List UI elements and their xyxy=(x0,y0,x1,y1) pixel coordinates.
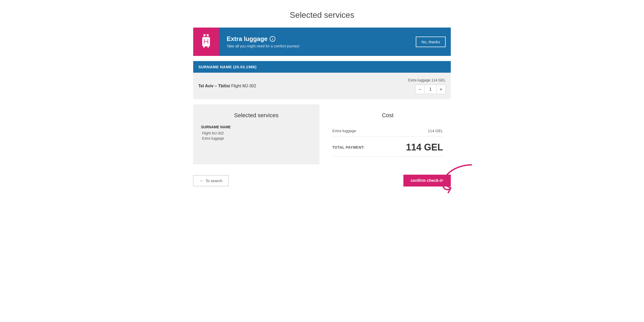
luggage-subtitle: Take all you might need for a comfort jo… xyxy=(227,44,403,48)
cost-row-luggage: Extra luggage 114 GEL xyxy=(332,125,443,137)
flight-route: Tel Aviv – Tbilisi xyxy=(198,84,230,88)
to-search-label: To search xyxy=(206,179,222,183)
passenger-section: SURNAME NAME (20.03.1986) Tel Aviv – Tbi… xyxy=(193,61,451,99)
cost-title: Cost xyxy=(332,112,443,119)
no-thanks-button[interactable]: No, thanks xyxy=(416,37,446,47)
svg-point-7 xyxy=(203,46,205,48)
total-amount: 114 GEL xyxy=(406,142,443,153)
to-search-button[interactable]: ← To search xyxy=(193,175,229,186)
luggage-control: Extra luggage 114 GEL − 1 + xyxy=(408,78,446,94)
arrow-left-icon: ← xyxy=(200,179,204,183)
total-label: TOTAL PAYMENT: xyxy=(332,145,365,149)
page-title: Selected services xyxy=(290,10,354,20)
selected-services-card: Selected services SURNAME NAME Flight MJ… xyxy=(193,104,319,164)
quantity-control: − 1 + xyxy=(415,85,446,94)
svg-point-8 xyxy=(207,46,209,48)
quantity-value: 1 xyxy=(425,85,436,94)
luggage-title: Extra luggage xyxy=(227,35,268,43)
passenger-header: SURNAME NAME (20.03.1986) xyxy=(193,61,451,73)
luggage-banner: Extra luggage i Take all you might need … xyxy=(193,28,451,56)
cost-card: Cost Extra luggage 114 GEL TOTAL PAYMENT… xyxy=(325,104,451,164)
footer-buttons: ← To search Confirm check-in xyxy=(193,175,451,187)
main-container: Extra luggage i Take all you might need … xyxy=(193,28,451,175)
flight-number: Flight MJ-302 xyxy=(231,84,256,88)
luggage-label: Extra luggage 114 GEL xyxy=(408,78,446,82)
service-flight: Flight MJ-302 xyxy=(201,131,312,135)
extra-luggage-label: Extra luggage xyxy=(332,129,356,133)
flight-info: Tel Aviv – Tbilisi Flight MJ-302 xyxy=(198,84,256,88)
extra-luggage-amount: 114 GEL xyxy=(428,129,443,133)
confirm-wrapper: Confirm check-in xyxy=(403,175,451,187)
selected-services-title: Selected services xyxy=(201,112,312,119)
bottom-section: Selected services SURNAME NAME Flight MJ… xyxy=(193,104,451,164)
luggage-icon xyxy=(200,34,213,49)
service-passenger-name: SURNAME NAME xyxy=(201,125,312,129)
luggage-text: Extra luggage i Take all you might need … xyxy=(219,30,411,53)
info-icon: i xyxy=(270,36,275,42)
decrease-button[interactable]: − xyxy=(415,85,425,94)
flight-row: Tel Aviv – Tbilisi Flight MJ-302 Extra l… xyxy=(193,73,451,99)
increase-button[interactable]: + xyxy=(436,85,446,94)
arrow-decoration xyxy=(440,162,474,194)
service-item: Extra luggage xyxy=(201,136,312,140)
cost-row-total: TOTAL PAYMENT: 114 GEL xyxy=(332,137,443,157)
svg-rect-3 xyxy=(205,35,207,37)
luggage-icon-box xyxy=(193,28,219,56)
